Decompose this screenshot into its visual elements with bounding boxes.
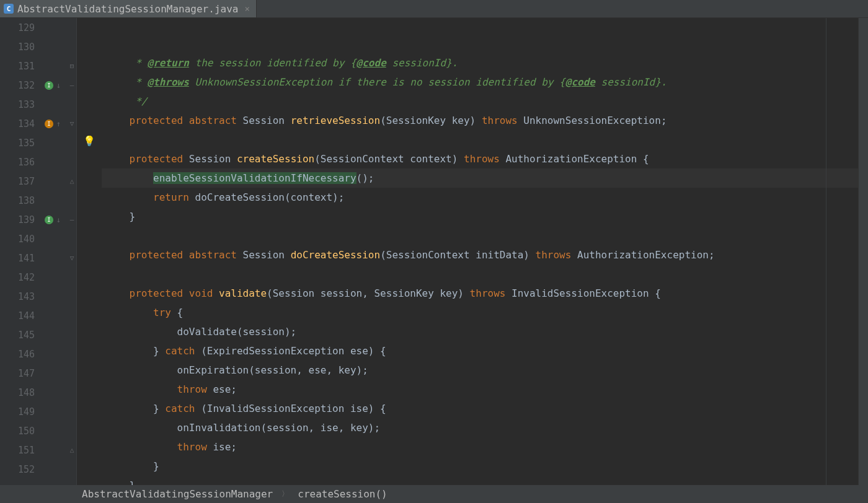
code-line[interactable]: protected void validate(Session session,… xyxy=(102,284,858,303)
code-line[interactable] xyxy=(102,226,858,245)
fold-column[interactable]: ⊟—▽△—▽△ xyxy=(67,18,77,485)
code-line[interactable]: onExpiration(session, ese, key); xyxy=(102,361,858,380)
code-line[interactable]: * @throws UnknownSessionException if the… xyxy=(102,72,858,92)
code-line[interactable]: throw ise; xyxy=(102,437,858,457)
override-marker-icon[interactable]: I xyxy=(45,216,53,224)
code-area[interactable]: * @return the session identified by {@co… xyxy=(102,18,858,485)
code-line[interactable]: */ xyxy=(102,92,858,111)
fold-toggle-icon[interactable]: △ xyxy=(68,446,76,454)
breadcrumb-bar: AbstractValidatingSessionManager 〉 creat… xyxy=(0,485,868,503)
fold-toggle-icon[interactable]: ▽ xyxy=(68,254,76,262)
line-number[interactable]: 143 xyxy=(0,287,67,306)
line-number[interactable]: 141 xyxy=(0,248,67,268)
line-number[interactable]: 129 xyxy=(0,18,67,37)
code-line[interactable]: } xyxy=(102,207,858,226)
arrow-icon: ↑ xyxy=(56,120,61,128)
line-number[interactable]: 152 xyxy=(0,460,67,479)
line-number[interactable]: 145 xyxy=(0,325,67,344)
code-line[interactable]: return doCreateSession(context); xyxy=(102,188,858,207)
line-number[interactable]: 147 xyxy=(0,364,67,383)
intention-column: 💡 xyxy=(77,18,102,485)
tab-bar: C AbstractValidatingSessionManager.java … xyxy=(0,0,868,18)
line-number[interactable]: 134I↑ xyxy=(0,114,67,133)
tab-filename: AbstractValidatingSessionManager.java xyxy=(17,3,238,15)
editor: 129130131132I↓133134I↑135136137138139I↓1… xyxy=(0,18,868,485)
intention-bulb-icon[interactable]: 💡 xyxy=(83,135,95,147)
breadcrumb-method[interactable]: createSession() xyxy=(298,488,388,500)
line-number-gutter[interactable]: 129130131132I↓133134I↑135136137138139I↓1… xyxy=(0,18,67,485)
code-line[interactable]: onInvalidation(session, ise, key); xyxy=(102,418,858,437)
selected-text: enableSessionValidationIfNecessary xyxy=(153,172,356,184)
editor-tab[interactable]: C AbstractValidatingSessionManager.java … xyxy=(0,0,257,17)
code-line[interactable]: } xyxy=(102,457,858,476)
line-number[interactable]: 140 xyxy=(0,229,67,248)
code-line[interactable]: } catch (ExpiredSessionException ese) { xyxy=(102,341,858,361)
line-number[interactable]: 144 xyxy=(0,306,67,325)
fold-toggle-icon[interactable]: △ xyxy=(68,177,76,185)
close-icon[interactable]: × xyxy=(244,4,249,14)
line-number[interactable]: 149 xyxy=(0,402,67,421)
override-marker-icon[interactable]: I xyxy=(45,81,53,90)
line-number[interactable]: 139I↓ xyxy=(0,210,67,229)
line-number[interactable]: 148 xyxy=(0,383,67,402)
code-line[interactable]: enableSessionValidationIfNecessary(); xyxy=(102,168,858,188)
code-line[interactable]: } xyxy=(102,476,858,485)
error-stripe[interactable] xyxy=(858,18,868,485)
code-line[interactable]: try { xyxy=(102,303,858,322)
chevron-right-icon: 〉 xyxy=(281,489,289,499)
code-line[interactable] xyxy=(102,130,858,149)
line-number[interactable]: 142 xyxy=(0,268,67,287)
code-line[interactable]: protected abstract Session doCreateSessi… xyxy=(102,245,858,265)
breadcrumb-class[interactable]: AbstractValidatingSessionManager xyxy=(82,488,273,500)
line-number[interactable]: 132I↓ xyxy=(0,76,67,95)
code-line[interactable] xyxy=(102,265,858,284)
override-marker-icon[interactable]: I xyxy=(45,120,53,128)
line-number[interactable]: 136 xyxy=(0,152,67,172)
code-line[interactable]: } catch (InvalidSessionException ise) { xyxy=(102,399,858,418)
fold-toggle-icon[interactable]: — xyxy=(68,216,76,224)
line-number[interactable]: 138 xyxy=(0,191,67,210)
arrow-icon: ↓ xyxy=(56,216,61,224)
code-line[interactable]: doValidate(session); xyxy=(102,322,858,341)
line-number[interactable]: 135 xyxy=(0,133,67,152)
fold-toggle-icon[interactable]: ⊟ xyxy=(68,62,76,70)
class-file-icon: C xyxy=(4,4,14,14)
right-margin-line xyxy=(826,18,826,485)
line-number[interactable]: 130 xyxy=(0,37,67,56)
line-number[interactable]: 146 xyxy=(0,344,67,364)
arrow-icon: ↓ xyxy=(56,81,61,90)
fold-toggle-icon[interactable]: ▽ xyxy=(68,120,76,128)
line-number[interactable]: 137 xyxy=(0,172,67,191)
code-line[interactable]: protected Session createSession(SessionC… xyxy=(102,149,858,168)
fold-toggle-icon[interactable]: — xyxy=(68,81,76,89)
code-line[interactable]: protected abstract Session retrieveSessi… xyxy=(102,111,858,130)
line-number[interactable]: 133 xyxy=(0,95,67,114)
code-line[interactable]: * @return the session identified by {@co… xyxy=(102,53,858,72)
line-number[interactable]: 151 xyxy=(0,440,67,460)
line-number[interactable]: 131 xyxy=(0,56,67,76)
code-line[interactable]: throw ese; xyxy=(102,380,858,399)
line-number[interactable]: 150 xyxy=(0,421,67,440)
